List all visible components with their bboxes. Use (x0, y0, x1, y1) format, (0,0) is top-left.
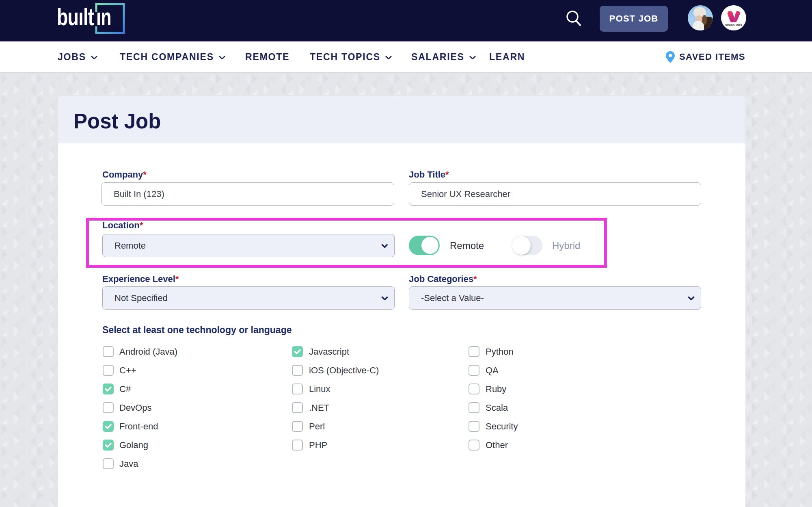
svg-text:vision labs: vision labs (725, 23, 742, 27)
svg-text:buılt: buılt (57, 4, 94, 30)
svg-text:ın: ın (96, 3, 111, 30)
